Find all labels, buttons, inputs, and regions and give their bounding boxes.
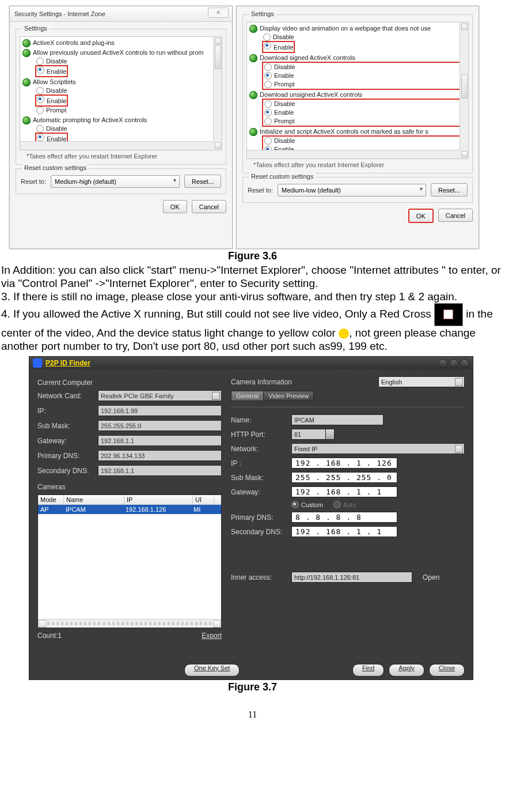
ok-button[interactable]: OK [163,200,187,213]
radio-disable[interactable]: Disable [263,33,466,41]
inner-access-field[interactable]: http://192.168.1.126:81 [291,572,412,583]
name-label: Name: [231,416,291,424]
ok-button[interactable]: OK [408,209,434,223]
reset-group: Reset custom settings Reset to: Medium-h… [16,168,226,194]
current-computer-panel: Current Computer Network Card:Realtek PC… [29,369,227,662]
gear-icon [22,78,31,86]
radio-disable[interactable]: Disable [264,63,466,71]
one-key-set-button[interactable]: One Key Set [184,664,240,677]
open-link[interactable]: Open [423,573,439,581]
camera-info-panel: Camera Information English General Video… [227,369,473,662]
sdns-field[interactable]: 192 . 168 . 1 . 1 [291,526,397,537]
close-icon[interactable] [460,359,469,368]
p2p-footer: One Key Set Find Apply Close [29,661,473,679]
radio-disable[interactable]: Disable [264,137,466,145]
scrollbar-horizontal[interactable] [20,141,214,150]
gear-icon [249,128,257,136]
ip-field[interactable]: 192 . 168 . 1 . 126 [291,458,397,469]
col-mode: Mode [38,495,64,504]
close-button[interactable]: Close [429,664,465,677]
minimize-icon[interactable] [438,359,447,368]
maximize-icon[interactable] [449,359,458,368]
p2p-titlebar: P2P ID Finder [29,357,473,369]
dialog-title: Security Settings - Internet Zone ✕ [10,6,232,22]
scrollbar-vertical[interactable] [460,22,468,158]
reset-to-label: Reset to: [248,187,273,194]
cameras-list[interactable]: Mode Name IP UI AP IPCAM 192.168.1.126 M… [37,494,222,628]
setting-item: Allow Scriptlets [22,78,219,86]
settings-group: Settings ActiveX controls and plug-ins A… [16,29,226,165]
scrollbar-horizontal[interactable] [247,150,460,158]
scrollbar-horizontal[interactable] [38,619,221,628]
dns-auto-radio[interactable]: Auto [333,501,356,508]
reset-button[interactable]: Reset... [184,175,221,188]
ip-field: 192.168.1.99 [98,405,222,416]
page-number: 11 [0,709,505,720]
port-spinner[interactable] [325,429,335,440]
restart-note: *Takes effect after you restart Internet… [253,161,466,168]
language-combo[interactable]: English [378,376,465,387]
gear-icon [22,116,31,124]
close-icon[interactable]: ✕ [208,7,229,18]
gear-icon [22,39,31,47]
pdns-field[interactable]: 8 . 8 . 8 . 8 [291,512,397,523]
find-button[interactable]: Find [352,664,384,677]
gateway-field[interactable]: 192 . 168 . 1 . 1 [291,486,397,497]
table-row[interactable]: AP IPCAM 192.168.1.126 MI [38,505,221,514]
radio-prompt[interactable]: Prompt [264,117,466,126]
reset-label: Reset custom settings [22,164,89,171]
nic-label: Network Card: [37,392,98,400]
tab-video-preview[interactable]: Video Preview [263,391,314,401]
export-link[interactable]: Export [202,632,222,640]
section-header: ActiveX controls and plug-ins [22,39,219,47]
radio-enable[interactable]: Enable [36,95,219,106]
dns-custom-radio[interactable]: Custom [291,501,323,508]
port-label: HTTP Port: [231,430,291,439]
cancel-button[interactable]: Cancel [438,209,473,222]
settings-label: Settings [22,25,50,32]
settings-label: Settings [249,10,276,17]
radio-prompt[interactable]: Prompt [36,106,219,115]
tab-general[interactable]: General [231,391,264,401]
figure-caption: Figure 3.7 [0,681,505,693]
figure-caption: Figure 3.6 [0,250,505,262]
radio-enable[interactable]: Enable [36,66,219,77]
radio-disable[interactable]: Disable [36,86,219,95]
red-cross-icon: ✕ [434,303,463,326]
name-field[interactable]: IPCAM [291,414,384,425]
cancel-button[interactable]: Cancel [192,200,226,213]
setting-item: Download signed ActiveX controls [249,54,466,62]
submask-label: Sub Mask: [37,422,98,430]
pdns-label: Primary DNS: [231,513,291,522]
security-level-combo[interactable]: Medium-low (default) [278,184,426,197]
setting-item: Automatic prompting for ActiveX controls [22,116,219,124]
radio-prompt[interactable]: Prompt [264,80,466,89]
apply-button[interactable]: Apply [389,664,424,677]
gateway-label: Gateway: [37,437,98,445]
gear-icon [249,91,257,99]
network-combo[interactable]: Fixed IP [291,443,465,454]
settings-tree-scroll[interactable]: Display video and animation on a webpage… [246,22,469,159]
count-label: Count:1 [37,632,62,640]
port-field[interactable]: 81 [291,429,326,440]
radio-enable[interactable]: Enable [264,71,466,80]
radio-enable[interactable]: Enable [264,108,466,117]
section-label: Camera Information [231,378,292,386]
body-text-3a: 4. If you allowed the Active X running, … [1,308,431,320]
pdns-field: 202.96.134.133 [98,450,222,461]
reset-button[interactable]: Reset... [431,183,468,197]
nic-combo[interactable]: Realtek PCIe GBE Family [98,390,222,401]
settings-tree-scroll[interactable]: ActiveX controls and plug-ins Allow prev… [20,36,222,150]
radio-disable[interactable]: Disable [36,57,219,66]
gear-icon [249,54,257,62]
radio-disable[interactable]: Disable [264,100,466,108]
radio-disable[interactable]: Disable [36,124,219,133]
security-settings-dialog-right: Settings Display video and animation on … [236,6,479,249]
pdns-label: Primary DNS: [37,452,98,460]
radio-enable[interactable]: Enable [263,41,466,52]
scrollbar-vertical[interactable] [213,37,222,150]
sdns-field: 192.168.1.1 [98,465,222,476]
yellow-status-icon [339,328,349,339]
submask-field[interactable]: 255 . 255 . 255 . 0 [291,472,397,483]
security-level-combo[interactable]: Medium-high (default) [51,175,180,188]
